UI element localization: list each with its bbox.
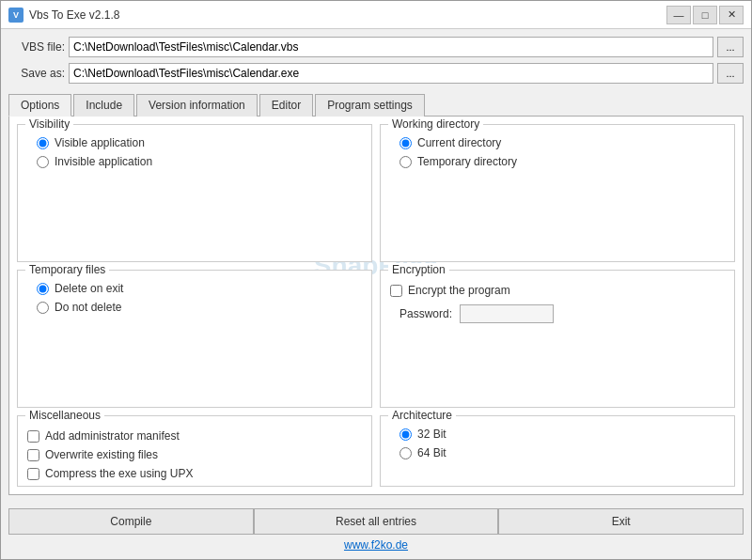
compress-upx-label[interactable]: Compress the exe using UPX [45, 467, 193, 480]
32bit-option[interactable]: 32 Bit [400, 428, 715, 441]
overwrite-files-option[interactable]: Overwrite existing files [27, 448, 362, 461]
architecture-radio-group: 32 Bit 64 Bit [390, 422, 725, 465]
admin-manifest-label[interactable]: Add administrator manifest [45, 429, 180, 443]
temp-files-title: Temporary files [25, 263, 109, 276]
miscellaneous-panel: Miscellaneous Add administrator manifest… [17, 415, 372, 487]
do-not-delete-radio[interactable] [37, 302, 49, 314]
visible-app-option[interactable]: Visible application [37, 136, 352, 149]
invisible-app-label[interactable]: Invisible application [55, 155, 152, 168]
miscellaneous-content: Add administrator manifest Overwrite exi… [27, 422, 362, 480]
window-title: Vbs To Exe v2.1.8 [29, 8, 666, 22]
vbs-file-row: VBS file: ... [8, 37, 744, 57]
bottom-bar: Compile Reset all entries Exit www.f2ko.… [1, 503, 751, 559]
title-bar: V Vbs To Exe v2.1.8 — □ ✕ [1, 1, 751, 29]
compile-button[interactable]: Compile [8, 508, 254, 535]
temp-dir-label[interactable]: Temporary directory [417, 155, 517, 168]
main-window: V Vbs To Exe v2.1.8 — □ ✕ VBS file: ... … [0, 0, 752, 560]
password-input[interactable] [460, 304, 554, 323]
current-dir-option[interactable]: Current directory [400, 136, 715, 149]
miscellaneous-title: Miscellaneous [25, 409, 104, 422]
exit-button[interactable]: Exit [498, 508, 744, 535]
tab-content-options: SnapFiles Visibility Visible application… [8, 117, 744, 495]
64bit-radio[interactable] [400, 447, 412, 459]
tab-editor[interactable]: Editor [259, 94, 313, 117]
64bit-option[interactable]: 64 Bit [400, 446, 715, 459]
32bit-radio[interactable] [400, 428, 412, 441]
tab-version-info[interactable]: Version information [136, 94, 258, 117]
architecture-title: Architecture [388, 409, 456, 422]
app-icon: V [8, 8, 24, 23]
visibility-title: Visibility [25, 117, 73, 131]
do-not-delete-option[interactable]: Do not delete [37, 301, 352, 314]
vbs-file-input[interactable] [69, 37, 713, 57]
delete-on-exit-option[interactable]: Delete on exit [37, 282, 352, 295]
tab-bar: Options Include Version information Edit… [8, 93, 744, 117]
current-dir-label[interactable]: Current directory [417, 136, 501, 149]
encrypt-program-checkbox[interactable] [390, 285, 402, 297]
temp-dir-option[interactable]: Temporary directory [400, 155, 715, 168]
maximize-button[interactable]: □ [693, 6, 717, 24]
visibility-radio-group: Visible application Invisible applicatio… [27, 131, 362, 174]
main-content: VBS file: ... Save as: ... Options Inclu… [1, 29, 751, 503]
saveas-browse-button[interactable]: ... [717, 63, 744, 84]
save-as-row: Save as: ... [8, 63, 744, 84]
tab-program-settings[interactable]: Program settings [315, 94, 425, 117]
32bit-label[interactable]: 32 Bit [417, 428, 446, 441]
save-as-input[interactable] [69, 63, 713, 84]
invisible-app-option[interactable]: Invisible application [37, 155, 352, 168]
temp-files-radio-group: Delete on exit Do not delete [27, 276, 362, 319]
encryption-title: Encryption [388, 263, 449, 276]
visible-app-label[interactable]: Visible application [55, 136, 145, 149]
current-dir-radio[interactable] [400, 137, 412, 149]
delete-on-exit-label[interactable]: Delete on exit [55, 282, 123, 295]
encryption-panel: Encryption Encrypt the program Password: [380, 270, 735, 408]
password-label: Password: [400, 307, 452, 320]
admin-manifest-option[interactable]: Add administrator manifest [27, 429, 362, 443]
bottom-buttons: Compile Reset all entries Exit [1, 508, 751, 535]
close-button[interactable]: ✕ [719, 6, 744, 24]
password-row: Password: [390, 304, 725, 323]
save-as-label: Save as: [8, 67, 65, 80]
vbs-browse-button[interactable]: ... [717, 37, 744, 57]
do-not-delete-label[interactable]: Do not delete [55, 301, 121, 314]
tab-panel: Options Include Version information Edit… [8, 89, 744, 495]
encrypt-program-label[interactable]: Encrypt the program [408, 284, 510, 297]
encrypt-program-option[interactable]: Encrypt the program [390, 284, 725, 297]
minimize-button[interactable]: — [666, 6, 691, 24]
vbs-file-label: VBS file: [8, 40, 65, 54]
temp-dir-radio[interactable] [400, 156, 412, 168]
working-dir-title: Working directory [388, 117, 483, 131]
temp-files-panel: Temporary files Delete on exit Do not de… [17, 270, 372, 408]
delete-on-exit-radio[interactable] [37, 283, 49, 295]
visible-app-radio[interactable] [37, 137, 49, 149]
footer-link[interactable]: www.f2ko.de [344, 538, 408, 552]
admin-manifest-checkbox[interactable] [27, 430, 39, 443]
working-dir-radio-group: Current directory Temporary directory [390, 131, 725, 174]
window-controls: — □ ✕ [666, 6, 744, 24]
visibility-panel: Visibility Visible application Invisible… [17, 124, 372, 262]
64bit-label[interactable]: 64 Bit [417, 446, 446, 459]
compress-upx-option[interactable]: Compress the exe using UPX [27, 467, 362, 480]
reset-button[interactable]: Reset all entries [254, 508, 499, 535]
overwrite-files-checkbox[interactable] [27, 449, 39, 461]
invisible-app-radio[interactable] [37, 156, 49, 168]
compress-upx-checkbox[interactable] [27, 468, 39, 480]
working-dir-panel: Working directory Current directory Temp… [380, 124, 735, 262]
architecture-panel: Architecture 32 Bit 64 Bit [380, 415, 735, 487]
encryption-content: Encrypt the program Password: [390, 276, 725, 323]
tab-include[interactable]: Include [73, 94, 134, 117]
overwrite-files-label[interactable]: Overwrite existing files [45, 448, 158, 461]
tab-options[interactable]: Options [8, 94, 71, 117]
